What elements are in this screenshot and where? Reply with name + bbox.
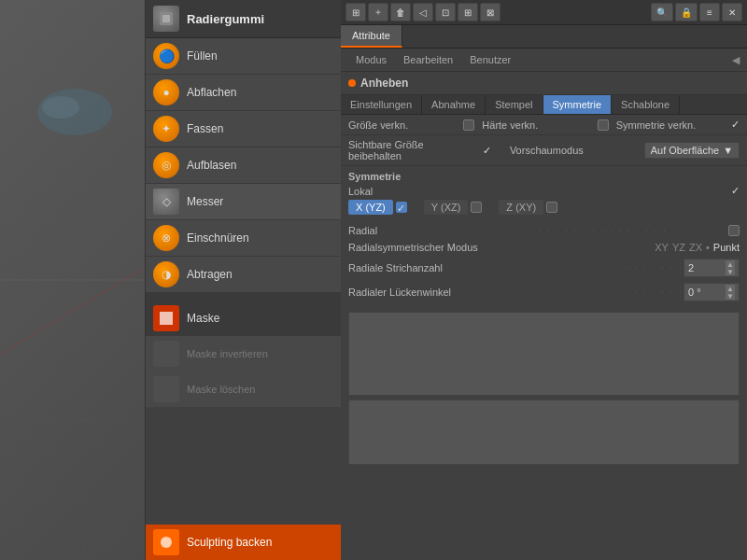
radial-xy[interactable]: XY	[655, 242, 669, 253]
z-xy-checkbox[interactable]	[546, 202, 557, 213]
maske-invertieren-icon	[153, 341, 179, 367]
svg-point-8	[42, 96, 79, 119]
radial-lucke-dots: · · · · · ·	[634, 287, 684, 298]
sidebar-header: Radiergummi	[146, 0, 341, 38]
toolbar-btn-add[interactable]: ＋	[368, 3, 388, 21]
tab-symmetrie[interactable]: Symmetrie	[543, 95, 613, 114]
vorschaumodus-label: Vorschaumodus	[510, 145, 637, 156]
nav-bearbeiten[interactable]: Bearbeiten	[396, 51, 460, 68]
radial-modus-row: Radialsymmetrischer Modus XY YZ ZX • Pun…	[341, 239, 747, 256]
nav-arrow[interactable]: ◀	[732, 54, 740, 66]
grosse-verkn-checkbox[interactable]	[463, 119, 474, 131]
symmetry-title: Symmetrie	[348, 171, 740, 182]
main-toolbar: ⊞ ＋ 🗑 ◁ ⊡ ⊞ ⊠ 🔍 🔒 ≡ ✕	[341, 0, 747, 25]
fullen-icon: 🔵	[153, 43, 179, 69]
radial-strich-value: 2	[688, 262, 694, 273]
maske-icon	[153, 305, 179, 331]
fassen-icon: ✦	[153, 116, 179, 142]
sidebar-header-icon	[153, 6, 179, 32]
maske-invertieren-btn[interactable]: Maske invertieren	[146, 336, 341, 371]
radial-strich-value-box: 2 ▲ ▼	[684, 259, 740, 277]
tab-stempel[interactable]: Stempel	[486, 95, 543, 114]
nav-modus[interactable]: Modus	[348, 51, 394, 68]
tab-abnahme[interactable]: Abnahme	[422, 95, 486, 114]
spinner-down[interactable]: ▼	[726, 268, 735, 275]
toolbar-btn-move[interactable]: ◁	[413, 3, 433, 21]
sidebar-item-messer[interactable]: ◇ Messer	[146, 184, 341, 220]
toolbar-btn-scale[interactable]: ⊞	[458, 3, 478, 21]
x-yz-btn[interactable]: X (YZ)	[348, 200, 393, 215]
preview-box-1	[348, 312, 740, 396]
radial-lucke-value: 0 °	[688, 287, 701, 298]
preview-area	[341, 304, 747, 472]
vorschaumodus-dropdown[interactable]: Auf Oberfläche ▼	[644, 142, 740, 159]
radial-strich-dots: · · · · · · ·	[626, 263, 684, 273]
viewport[interactable]	[0, 0, 145, 560]
search-btn[interactable]: 🔍	[651, 3, 673, 21]
radial-modus-options: XY YZ ZX • Punkt	[655, 242, 740, 253]
radial-dots: · · · · · · · · · · · · · · ·	[539, 226, 729, 236]
sidebar-item-aufblasen[interactable]: ◎ Aufblasen	[146, 147, 341, 184]
maske-loschen-icon	[153, 376, 179, 402]
sidebar-item-einschnuren[interactable]: ⊗ Einschnüren	[146, 220, 341, 257]
messer-icon: ◇	[153, 189, 179, 215]
einschnuren-icon: ⊗	[153, 225, 179, 251]
symmetrie-verkn-check[interactable]: ✓	[731, 119, 740, 131]
sidebar-item-aufblasen-label: Aufblasen	[187, 159, 236, 172]
vorschaumodus-arrow: ▼	[723, 145, 733, 156]
option-tabs: Einstellungen Abnahme Stempel Symmetrie …	[341, 95, 747, 115]
sidebar-item-messer-label: Messer	[187, 195, 223, 208]
radial-zx[interactable]: ZX	[689, 242, 702, 253]
maske-section[interactable]: Maske	[146, 301, 341, 336]
lock-btn[interactable]: 🔒	[675, 3, 698, 21]
spinner-lucke-down[interactable]: ▼	[726, 292, 735, 300]
radial-checkbox[interactable]	[728, 225, 740, 236]
harte-verkn-checkbox[interactable]	[598, 119, 609, 131]
settings-row-1: Größe verkn. Härte verkn. Symmetrie verk…	[341, 115, 747, 135]
sichtbare-grosse-check[interactable]: ✓	[483, 145, 491, 157]
radial-lucke-spinner[interactable]: ▲ ▼	[726, 285, 735, 300]
radial-yz[interactable]: YZ	[672, 242, 685, 253]
maske-loschen-label: Maske löschen	[187, 384, 255, 395]
radial-row: Radial · · · · · · · · · · · · · · ·	[341, 222, 747, 239]
grosse-verkn-label: Größe verkn.	[348, 119, 456, 131]
svg-line-6	[0, 243, 145, 355]
tab-attribute[interactable]: Attribute	[341, 25, 402, 48]
svg-rect-10	[162, 15, 170, 22]
toolbar-btn-rotate[interactable]: ⊡	[435, 3, 456, 21]
close-btn[interactable]: ✕	[722, 3, 742, 21]
radial-label: Radial	[348, 225, 539, 236]
toolbar-btn-render[interactable]: ⊠	[480, 3, 500, 21]
maske-loschen-btn[interactable]: Maske löschen	[146, 371, 341, 407]
harte-verkn-label: Härte verkn.	[482, 119, 589, 131]
sculpting-backen-btn[interactable]: Sculpting backen	[146, 525, 341, 560]
tab-schablone[interactable]: Schablone	[612, 95, 680, 114]
toolbar-btn-grid[interactable]: ⊞	[345, 3, 366, 21]
sidebar-item-fassen-label: Fassen	[187, 122, 223, 135]
x-yz-group: X (YZ) ✓	[348, 200, 407, 215]
radial-strich-spinner[interactable]: ▲ ▼	[726, 260, 735, 275]
sidebar-item-fassen[interactable]: ✦ Fassen	[146, 111, 341, 147]
toolbar-btn-delete[interactable]: 🗑	[390, 3, 411, 21]
sidebar-item-fullen[interactable]: 🔵 Füllen	[146, 38, 341, 75]
sidebar-item-abtragen[interactable]: ◑ Abtragen	[146, 257, 341, 293]
sidebar-item-abtragen-label: Abtragen	[187, 268, 233, 281]
sidebar-item-abflachen[interactable]: ● Abflachen	[146, 75, 341, 111]
y-xz-btn[interactable]: Y (XZ)	[424, 200, 469, 215]
sidebar-item-einschnuren-label: Einschnüren	[187, 231, 249, 245]
y-xz-checkbox[interactable]	[471, 202, 482, 213]
nav-benutzer[interactable]: Benutzer	[462, 51, 518, 68]
z-xy-group: Z (XY)	[499, 200, 557, 215]
more-btn[interactable]: ≡	[699, 3, 720, 21]
z-xy-btn[interactable]: Z (XY)	[499, 200, 543, 215]
abtragen-icon: ◑	[153, 261, 179, 287]
maske-label: Maske	[187, 312, 219, 325]
x-yz-checkbox[interactable]: ✓	[396, 202, 407, 213]
lokal-check[interactable]: ✓	[731, 185, 740, 197]
radial-punkt[interactable]: Punkt	[713, 242, 740, 253]
radial-dot-sep: •	[706, 242, 710, 253]
tab-einstellungen[interactable]: Einstellungen	[341, 95, 422, 114]
sichtbare-grosse-label: Sichtbare Größe beibehalten	[348, 139, 475, 161]
sculpting-backen-label: Sculpting backen	[187, 536, 272, 549]
lokal-row: Lokal ✓	[348, 185, 740, 197]
